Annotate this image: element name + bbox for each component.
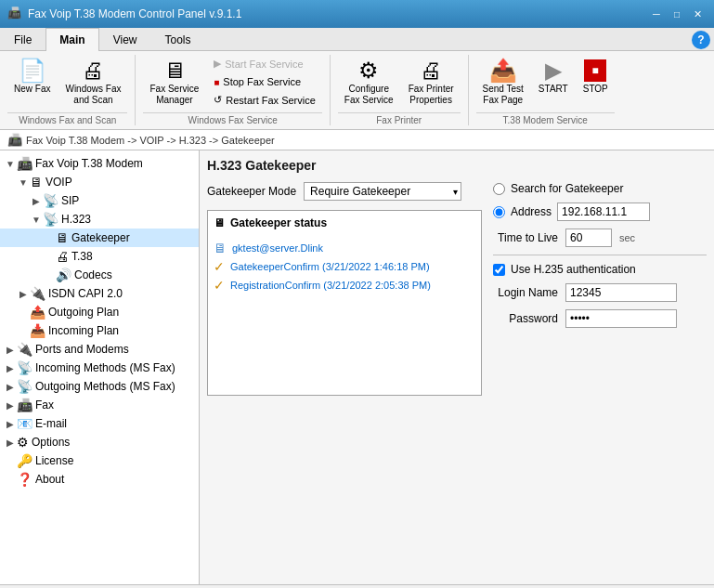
stop-fax-service-button[interactable]: ■ Stop Fax Service bbox=[207, 73, 322, 90]
tab-view[interactable]: View bbox=[99, 28, 151, 51]
expand-icon-sip: ▶ bbox=[30, 196, 43, 206]
sidebar-label-voip: VOIP bbox=[45, 176, 72, 189]
status-row-2-link[interactable]: RegistrationConfirm (3/21/2022 2:05:38 P… bbox=[230, 280, 431, 291]
sidebar-item-root[interactable]: ▼ 📠 Fax Voip T.38 Modem bbox=[0, 154, 199, 173]
tab-main[interactable]: Main bbox=[45, 28, 98, 51]
gk-icon: 🖥 bbox=[56, 230, 69, 245]
expand-icon-op bbox=[17, 307, 30, 318]
time-to-live-row: Time to Live sec bbox=[493, 229, 707, 247]
sidebar-item-isdn[interactable]: ▶ 🔌 ISDN CAPI 2.0 bbox=[0, 284, 199, 303]
windows-fax-scan-button[interactable]: 🖨 Windows Faxand Scan bbox=[58, 55, 127, 111]
status-row-0-link[interactable]: gktest@server.Dlink bbox=[232, 242, 323, 254]
ip-icon: 📥 bbox=[30, 323, 45, 338]
login-name-label: Login Name bbox=[493, 286, 558, 299]
sidebar-item-voip[interactable]: ▼ 🖥 VOIP bbox=[0, 173, 199, 191]
send-test-fax-button[interactable]: 📤 Send TestFax Page bbox=[476, 55, 530, 111]
radio-search: Search for Gatekeeper bbox=[493, 182, 707, 195]
sidebar-item-t38[interactable]: 🖨 T.38 bbox=[0, 247, 199, 266]
fax-manager-icon: 🖥 bbox=[163, 59, 186, 82]
expand-icon-oms: ▶ bbox=[4, 382, 17, 392]
radio-search-label: Search for Gatekeeper bbox=[511, 182, 623, 195]
expand-icon-t38 bbox=[43, 252, 56, 262]
address-input[interactable] bbox=[557, 203, 650, 221]
radio-search-input[interactable] bbox=[493, 183, 505, 195]
gk-status-box: 🖥 Gatekeeper status 🖥 gktest@server.Dlin… bbox=[207, 210, 482, 396]
title-bar: 📠 Fax Voip T.38 Modem Control Panel v.9.… bbox=[0, 0, 714, 28]
new-fax-button[interactable]: 📄 New Fax bbox=[7, 55, 57, 99]
new-fax-label: New Fax bbox=[14, 84, 50, 95]
radio-address: Address bbox=[493, 203, 707, 221]
modem-stop-button[interactable]: ■ STOP bbox=[577, 55, 615, 99]
configure-fax-button[interactable]: ⚙ ConfigureFax Service bbox=[338, 55, 400, 111]
fax-manager-label: Fax ServiceManager bbox=[149, 84, 199, 106]
window-title: Fax Voip T.38 Modem Control Panel v.9.1.… bbox=[28, 7, 647, 20]
radio-address-input[interactable] bbox=[493, 206, 505, 218]
windows-fax-group-label: Windows Fax and Scan bbox=[7, 112, 127, 125]
expand-icon-h323: ▼ bbox=[30, 215, 43, 225]
gk-status-row-1: ✓ GatekeeperConfirm (3/21/2022 1:46:18 P… bbox=[214, 257, 475, 276]
configure-fax-icon: ⚙ bbox=[358, 59, 379, 82]
fax-icon: 📠 bbox=[17, 398, 32, 412]
ribbon-group-items-fs: 🖥 Fax ServiceManager ▶ Start Fax Service… bbox=[143, 55, 321, 111]
status-row-1-link[interactable]: GatekeeperConfirm (3/21/2022 1:46:18 PM) bbox=[230, 261, 430, 272]
expand-icon-isdn: ▶ bbox=[17, 289, 30, 299]
op-icon: 📤 bbox=[30, 305, 45, 320]
sidebar-item-sip[interactable]: ▶ 📡 SIP bbox=[0, 191, 199, 210]
tab-tools[interactable]: Tools bbox=[150, 28, 204, 51]
send-test-icon: 📤 bbox=[489, 59, 517, 82]
start-fax-service-button[interactable]: ▶ Start Fax Service bbox=[207, 55, 322, 72]
options-icon: ⚙ bbox=[17, 435, 29, 450]
ribbon-group-items-wf: 📄 New Fax 🖨 Windows Faxand Scan bbox=[7, 55, 127, 111]
restore-button[interactable]: □ bbox=[668, 5, 686, 23]
expand-icon-gk bbox=[43, 233, 56, 243]
gk-mode-select[interactable]: No Gatekeeper Search for Gatekeeper Requ… bbox=[304, 182, 461, 201]
sidebar-item-about[interactable]: ❓ About bbox=[0, 470, 199, 489]
modem-start-button[interactable]: ▶ START bbox=[532, 55, 575, 99]
sidebar-item-gatekeeper[interactable]: 🖥 Gatekeeper bbox=[0, 229, 199, 247]
sidebar: ▼ 📠 Fax Voip T.38 Modem ▼ 🖥 VOIP ▶ 📡 SIP… bbox=[0, 150, 200, 584]
sidebar-item-fax[interactable]: ▶ 📠 Fax bbox=[0, 396, 199, 414]
sidebar-item-incoming-plan[interactable]: 📥 Incoming Plan bbox=[0, 321, 199, 340]
expand-icon-voip: ▼ bbox=[17, 177, 30, 188]
close-button[interactable]: ✕ bbox=[688, 5, 707, 23]
sidebar-label-codecs: Codecs bbox=[74, 268, 112, 281]
fax-printer-properties-button[interactable]: 🖨 Fax PrinterProperties bbox=[402, 55, 461, 111]
sidebar-item-email[interactable]: ▶ 📧 E-mail bbox=[0, 414, 199, 433]
tab-file[interactable]: File bbox=[0, 28, 45, 51]
expand-icon-codecs bbox=[43, 270, 56, 281]
root-icon: 📠 bbox=[17, 156, 32, 171]
expand-icon-email: ▶ bbox=[4, 419, 17, 429]
divider bbox=[493, 255, 707, 255]
sidebar-item-incoming-ms[interactable]: ▶ 📡 Incoming Methods (MS Fax) bbox=[0, 359, 199, 377]
h235-checkbox[interactable] bbox=[493, 264, 505, 276]
modem-stop-label: STOP bbox=[583, 84, 608, 95]
sidebar-label-op: Outgoing Plan bbox=[48, 306, 119, 319]
restart-fax-service-button[interactable]: ↺ Restart Fax Service bbox=[207, 91, 322, 109]
sidebar-item-outgoing-ms[interactable]: ▶ 📡 Outgoing Methods (MS Fax) bbox=[0, 377, 199, 396]
content-panel: H.323 Gatekeeper Gatekeeper Mode No Gate… bbox=[200, 150, 714, 584]
sidebar-item-options[interactable]: ▶ ⚙ Options bbox=[0, 433, 199, 451]
license-icon: 🔑 bbox=[17, 453, 32, 468]
fax-printer-label: Fax PrinterProperties bbox=[409, 84, 454, 106]
sidebar-item-outgoing-plan[interactable]: 📤 Outgoing Plan bbox=[0, 303, 199, 321]
ribbon-group-windows-fax: 📄 New Fax 🖨 Windows Faxand Scan Windows … bbox=[7, 55, 136, 125]
minimize-button[interactable]: ─ bbox=[647, 5, 666, 23]
isdn-icon: 🔌 bbox=[30, 286, 45, 301]
sidebar-label-fax: Fax bbox=[35, 399, 54, 412]
sidebar-item-ports[interactable]: ▶ 🔌 Ports and Modems bbox=[0, 340, 199, 359]
fax-service-manager-button[interactable]: 🖥 Fax ServiceManager bbox=[143, 55, 205, 111]
ttl-input[interactable] bbox=[565, 229, 612, 247]
gk-mode-select-wrapper: No Gatekeeper Search for Gatekeeper Requ… bbox=[304, 182, 461, 201]
expand-icon-ip bbox=[17, 326, 30, 336]
login-name-input[interactable] bbox=[565, 283, 677, 302]
fax-service-group-label: Windows Fax Service bbox=[143, 112, 321, 125]
password-label: Password bbox=[493, 312, 558, 325]
sidebar-item-license[interactable]: 🔑 License bbox=[0, 451, 199, 470]
password-input[interactable] bbox=[565, 309, 677, 328]
sidebar-label-ports: Ports and Modems bbox=[35, 343, 129, 356]
sidebar-label-isdn: ISDN CAPI 2.0 bbox=[48, 287, 123, 300]
help-button[interactable]: ? bbox=[692, 31, 710, 49]
ttl-unit: sec bbox=[619, 232, 635, 243]
sidebar-item-codecs[interactable]: 🔊 Codecs bbox=[0, 266, 199, 284]
sidebar-item-h323[interactable]: ▼ 📡 H.323 bbox=[0, 210, 199, 229]
